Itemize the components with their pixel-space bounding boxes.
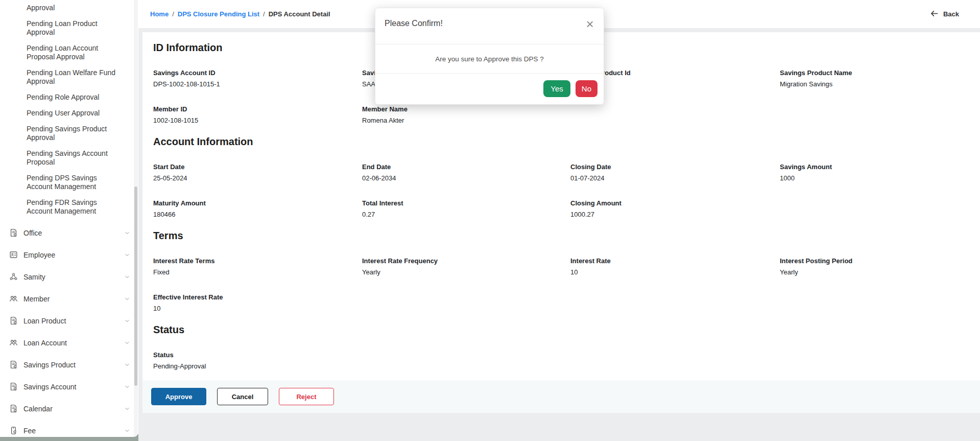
field-savings-product-name: Savings Product NameMigration Savings — [780, 69, 980, 88]
field-label: Total Interest — [362, 199, 570, 207]
field-value: 10 — [570, 268, 780, 276]
field-label: Interest Posting Period — [780, 257, 980, 265]
cancel-button[interactable]: Cancel — [217, 388, 268, 405]
field-label: Interest Rate — [570, 257, 780, 265]
sidebar-subitem-pending-fdr-savings-account-management[interactable]: Pending FDR Savings Account Management — [27, 195, 118, 219]
sidebar-main-menu: OfficeEmployeeSamityMemberLoan ProductLo… — [0, 222, 138, 437]
confirm-dialog-message: Are you sure to Approve this DPS ? — [375, 44, 604, 74]
field-value: Migration Savings — [780, 80, 980, 88]
yes-button[interactable]: Yes — [543, 80, 570, 97]
field-value: Romena Akter — [362, 117, 570, 125]
group-network-icon — [9, 272, 18, 281]
field-label: Member ID — [153, 105, 362, 113]
sidebar-item-label: Calendar — [23, 405, 124, 413]
doc-gear-icon — [9, 360, 18, 369]
breadcrumb-dps-closure-pending-list[interactable]: DPS Closure Pending List — [178, 10, 259, 18]
sidebar-item-employee[interactable]: Employee — [0, 244, 138, 266]
sidebar-item-label: Fee — [23, 427, 124, 435]
field-effective-interest-rate: Effective Interest Rate10 — [153, 293, 362, 313]
sidebar-scrollbar-thumb[interactable] — [134, 187, 137, 386]
field-label: Start Date — [153, 163, 362, 171]
sidebar-subitem-pending-savings-product-approval[interactable]: Pending Savings Product Approval — [27, 121, 118, 146]
sidebar-subitem-approval[interactable]: Approval — [27, 2, 118, 16]
field-label: Member Name — [362, 105, 570, 113]
sidebar-item-savings-product[interactable]: Savings Product — [0, 354, 138, 376]
doc-gear-icon — [9, 228, 18, 237]
sidebar-scrollbar[interactable] — [134, 0, 138, 437]
back-arrow-icon — [930, 9, 939, 19]
field-label: Interest Rate Terms — [153, 257, 362, 265]
back-button[interactable]: Back — [930, 9, 959, 19]
field-label: Status — [153, 351, 362, 359]
id-card-icon — [9, 250, 18, 259]
sidebar-item-calendar[interactable]: Calendar — [0, 398, 138, 420]
sidebar-item-samity[interactable]: Samity — [0, 266, 138, 288]
field-row: Interest Rate TermsFixedInterest Rate Fr… — [153, 257, 980, 276]
field-interest-posting-period: Interest Posting PeriodYearly — [780, 257, 980, 276]
sidebar: ApprovalPending Loan Product ApprovalPen… — [0, 0, 138, 437]
sidebar-item-loan-account[interactable]: Loan Account — [0, 332, 138, 354]
field-value: Pending-Approval — [153, 362, 362, 370]
field-label: Effective Interest Rate — [153, 293, 362, 301]
field-label: End Date — [362, 163, 570, 171]
field-value: 01-07-2024 — [570, 174, 780, 182]
field-total-interest: Total Interest0.27 — [362, 199, 570, 219]
breadcrumb: Home/DPS Closure Pending List/DPS Accoun… — [150, 10, 330, 18]
section-title: Account Information — [142, 135, 980, 148]
sidebar-item-label: Office — [23, 229, 124, 237]
field-value: Yearly — [362, 268, 570, 276]
field-status: StatusPending-Approval — [153, 351, 362, 370]
breadcrumb-home[interactable]: Home — [150, 10, 169, 18]
field-interest-rate-frequency: Interest Rate FrequencyYearly — [362, 257, 570, 276]
field-member-name: Member NameRomena Akter — [362, 105, 570, 125]
sidebar-item-loan-product[interactable]: Loan Product — [0, 310, 138, 332]
field-closing-date: Closing Date01-07-2024 — [570, 163, 780, 182]
sidebar-subitem-pending-role-approval[interactable]: Pending Role Approval — [27, 89, 118, 105]
people-icon — [9, 338, 18, 347]
sidebar-subitem-pending-dps-savings-account-management[interactable]: Pending DPS Savings Account Management — [27, 170, 118, 195]
field-savings-amount: Savings Amount1000 — [780, 163, 980, 182]
field-start-date: Start Date25-05-2024 — [153, 163, 362, 182]
sidebar-item-fee[interactable]: Fee — [0, 420, 138, 437]
field-label: Interest Rate Frequency — [362, 257, 570, 265]
reject-button[interactable]: Reject — [279, 388, 334, 405]
chevron-down-icon — [124, 406, 130, 412]
section-status: StatusStatusPending-Approval — [142, 323, 980, 370]
device-gear-icon — [9, 426, 18, 435]
chevron-down-icon — [124, 384, 130, 390]
doc-gear-icon — [9, 382, 18, 391]
field-value: 180466 — [153, 211, 362, 219]
field-closing-amount: Closing Amount1000.27 — [570, 199, 780, 219]
sidebar-item-savings-account[interactable]: Savings Account — [0, 376, 138, 398]
sidebar-subitem-pending-user-approval[interactable]: Pending User Approval — [27, 105, 118, 121]
chevron-down-icon — [124, 296, 130, 302]
sidebar-subitem-pending-loan-welfare-fund-approval[interactable]: Pending Loan Welfare Fund Approval — [27, 65, 118, 89]
sidebar-item-member[interactable]: Member — [0, 288, 138, 310]
field-value: 1000.27 — [570, 211, 780, 219]
field-value: 1002-108-1015 — [153, 117, 362, 125]
breadcrumb-separator: / — [172, 10, 174, 18]
sidebar-item-office[interactable]: Office — [0, 222, 138, 244]
sidebar-subitem-pending-savings-account-proposal[interactable]: Pending Savings Account Proposal — [27, 146, 118, 170]
sidebar-item-label: Employee — [23, 251, 124, 259]
sidebar-subitem-pending-loan-account-proposal-approval[interactable]: Pending Loan Account Proposal Approval — [27, 40, 118, 65]
no-button[interactable]: No — [576, 80, 597, 97]
field-row: Member ID1002-108-1015Member NameRomena … — [153, 105, 980, 125]
sidebar-item-label: Samity — [23, 273, 124, 281]
field-label: Savings Account ID — [153, 69, 362, 77]
field-value: Yearly — [780, 268, 980, 276]
chevron-down-icon — [124, 318, 130, 324]
field-interest-rate: Interest Rate10 — [570, 257, 780, 276]
breadcrumb-dps-account-detail: DPS Account Detail — [269, 10, 330, 18]
confirm-dialog-title: Please Confirm! — [385, 19, 443, 28]
approve-button[interactable]: Approve — [151, 388, 206, 405]
chevron-down-icon — [124, 362, 130, 368]
sidebar-subitem-pending-loan-product-approval[interactable]: Pending Loan Product Approval — [27, 16, 118, 40]
close-icon[interactable]: × — [583, 17, 597, 31]
section-title: Terms — [142, 229, 980, 242]
chevron-down-icon — [124, 274, 130, 280]
field-value: 02-06-2034 — [362, 174, 570, 182]
field-label: Closing Date — [570, 163, 780, 171]
sidebar-item-label: Savings Account — [23, 383, 124, 391]
confirm-dialog: Please Confirm! × Are you sure to Approv… — [375, 8, 604, 105]
